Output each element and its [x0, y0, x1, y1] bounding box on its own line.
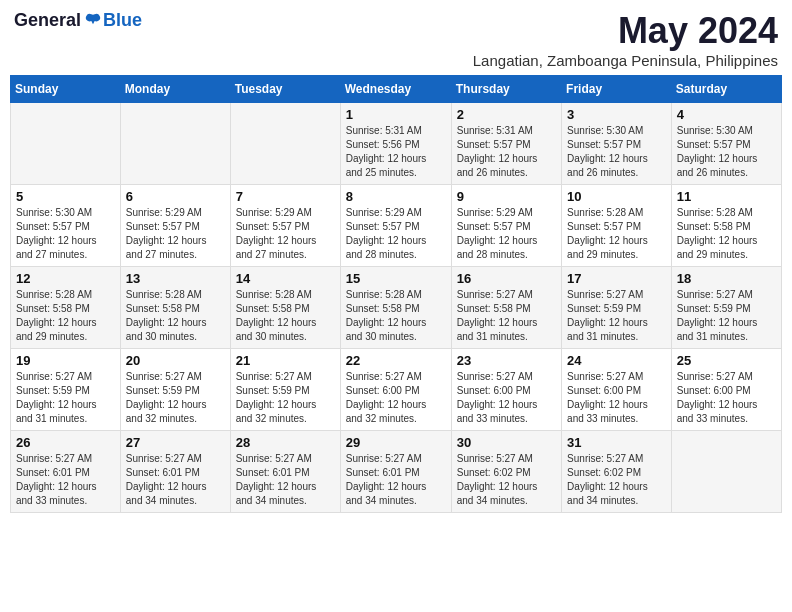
day-info: Sunrise: 5:27 AMSunset: 5:59 PMDaylight:…	[16, 370, 115, 426]
day-cell-25: 25Sunrise: 5:27 AMSunset: 6:00 PMDayligh…	[671, 349, 781, 431]
day-info: Sunrise: 5:27 AMSunset: 6:00 PMDaylight:…	[567, 370, 666, 426]
calendar-table: SundayMondayTuesdayWednesdayThursdayFrid…	[10, 75, 782, 513]
day-cell-27: 27Sunrise: 5:27 AMSunset: 6:01 PMDayligh…	[120, 431, 230, 513]
day-number: 3	[567, 107, 666, 122]
day-cell-5: 5Sunrise: 5:30 AMSunset: 5:57 PMDaylight…	[11, 185, 121, 267]
day-info: Sunrise: 5:29 AMSunset: 5:57 PMDaylight:…	[126, 206, 225, 262]
empty-cell	[120, 103, 230, 185]
weekday-header-friday: Friday	[562, 76, 672, 103]
day-number: 18	[677, 271, 776, 286]
page-header: General Blue May 2024 Langatian, Zamboan…	[10, 10, 782, 69]
logo-bird-icon	[83, 11, 103, 31]
day-number: 24	[567, 353, 666, 368]
day-cell-15: 15Sunrise: 5:28 AMSunset: 5:58 PMDayligh…	[340, 267, 451, 349]
day-number: 23	[457, 353, 556, 368]
day-cell-24: 24Sunrise: 5:27 AMSunset: 6:00 PMDayligh…	[562, 349, 672, 431]
day-info: Sunrise: 5:28 AMSunset: 5:58 PMDaylight:…	[677, 206, 776, 262]
day-info: Sunrise: 5:29 AMSunset: 5:57 PMDaylight:…	[346, 206, 446, 262]
day-info: Sunrise: 5:27 AMSunset: 6:01 PMDaylight:…	[346, 452, 446, 508]
day-info: Sunrise: 5:29 AMSunset: 5:57 PMDaylight:…	[236, 206, 335, 262]
day-cell-2: 2Sunrise: 5:31 AMSunset: 5:57 PMDaylight…	[451, 103, 561, 185]
day-number: 28	[236, 435, 335, 450]
day-number: 10	[567, 189, 666, 204]
day-cell-14: 14Sunrise: 5:28 AMSunset: 5:58 PMDayligh…	[230, 267, 340, 349]
weekday-header-row: SundayMondayTuesdayWednesdayThursdayFrid…	[11, 76, 782, 103]
day-info: Sunrise: 5:30 AMSunset: 5:57 PMDaylight:…	[677, 124, 776, 180]
day-cell-12: 12Sunrise: 5:28 AMSunset: 5:58 PMDayligh…	[11, 267, 121, 349]
day-cell-23: 23Sunrise: 5:27 AMSunset: 6:00 PMDayligh…	[451, 349, 561, 431]
day-info: Sunrise: 5:27 AMSunset: 5:58 PMDaylight:…	[457, 288, 556, 344]
day-number: 9	[457, 189, 556, 204]
day-cell-13: 13Sunrise: 5:28 AMSunset: 5:58 PMDayligh…	[120, 267, 230, 349]
day-cell-11: 11Sunrise: 5:28 AMSunset: 5:58 PMDayligh…	[671, 185, 781, 267]
day-info: Sunrise: 5:28 AMSunset: 5:57 PMDaylight:…	[567, 206, 666, 262]
logo-general: General	[14, 10, 81, 31]
day-info: Sunrise: 5:27 AMSunset: 6:01 PMDaylight:…	[126, 452, 225, 508]
logo: General Blue	[14, 10, 142, 31]
day-info: Sunrise: 5:31 AMSunset: 5:56 PMDaylight:…	[346, 124, 446, 180]
day-number: 4	[677, 107, 776, 122]
day-number: 14	[236, 271, 335, 286]
day-cell-9: 9Sunrise: 5:29 AMSunset: 5:57 PMDaylight…	[451, 185, 561, 267]
day-cell-4: 4Sunrise: 5:30 AMSunset: 5:57 PMDaylight…	[671, 103, 781, 185]
day-cell-10: 10Sunrise: 5:28 AMSunset: 5:57 PMDayligh…	[562, 185, 672, 267]
day-number: 11	[677, 189, 776, 204]
day-number: 12	[16, 271, 115, 286]
day-number: 19	[16, 353, 115, 368]
day-number: 21	[236, 353, 335, 368]
day-cell-18: 18Sunrise: 5:27 AMSunset: 5:59 PMDayligh…	[671, 267, 781, 349]
empty-cell	[230, 103, 340, 185]
week-row-3: 12Sunrise: 5:28 AMSunset: 5:58 PMDayligh…	[11, 267, 782, 349]
day-cell-8: 8Sunrise: 5:29 AMSunset: 5:57 PMDaylight…	[340, 185, 451, 267]
day-cell-19: 19Sunrise: 5:27 AMSunset: 5:59 PMDayligh…	[11, 349, 121, 431]
day-cell-29: 29Sunrise: 5:27 AMSunset: 6:01 PMDayligh…	[340, 431, 451, 513]
weekday-header-saturday: Saturday	[671, 76, 781, 103]
weekday-header-sunday: Sunday	[11, 76, 121, 103]
day-info: Sunrise: 5:27 AMSunset: 5:59 PMDaylight:…	[126, 370, 225, 426]
day-number: 16	[457, 271, 556, 286]
day-number: 25	[677, 353, 776, 368]
day-info: Sunrise: 5:31 AMSunset: 5:57 PMDaylight:…	[457, 124, 556, 180]
day-info: Sunrise: 5:30 AMSunset: 5:57 PMDaylight:…	[567, 124, 666, 180]
weekday-header-monday: Monday	[120, 76, 230, 103]
week-row-2: 5Sunrise: 5:30 AMSunset: 5:57 PMDaylight…	[11, 185, 782, 267]
month-title: May 2024	[473, 10, 778, 52]
day-cell-20: 20Sunrise: 5:27 AMSunset: 5:59 PMDayligh…	[120, 349, 230, 431]
day-info: Sunrise: 5:27 AMSunset: 6:01 PMDaylight:…	[16, 452, 115, 508]
day-number: 5	[16, 189, 115, 204]
day-info: Sunrise: 5:27 AMSunset: 6:00 PMDaylight:…	[346, 370, 446, 426]
day-info: Sunrise: 5:27 AMSunset: 6:02 PMDaylight:…	[567, 452, 666, 508]
day-cell-17: 17Sunrise: 5:27 AMSunset: 5:59 PMDayligh…	[562, 267, 672, 349]
day-info: Sunrise: 5:27 AMSunset: 6:01 PMDaylight:…	[236, 452, 335, 508]
day-info: Sunrise: 5:27 AMSunset: 5:59 PMDaylight:…	[236, 370, 335, 426]
day-info: Sunrise: 5:27 AMSunset: 6:00 PMDaylight:…	[677, 370, 776, 426]
day-info: Sunrise: 5:27 AMSunset: 5:59 PMDaylight:…	[677, 288, 776, 344]
day-cell-16: 16Sunrise: 5:27 AMSunset: 5:58 PMDayligh…	[451, 267, 561, 349]
day-number: 17	[567, 271, 666, 286]
day-info: Sunrise: 5:30 AMSunset: 5:57 PMDaylight:…	[16, 206, 115, 262]
logo-blue: Blue	[103, 10, 142, 31]
day-cell-28: 28Sunrise: 5:27 AMSunset: 6:01 PMDayligh…	[230, 431, 340, 513]
day-cell-30: 30Sunrise: 5:27 AMSunset: 6:02 PMDayligh…	[451, 431, 561, 513]
weekday-header-wednesday: Wednesday	[340, 76, 451, 103]
weekday-header-thursday: Thursday	[451, 76, 561, 103]
day-number: 27	[126, 435, 225, 450]
day-number: 2	[457, 107, 556, 122]
day-number: 29	[346, 435, 446, 450]
day-cell-26: 26Sunrise: 5:27 AMSunset: 6:01 PMDayligh…	[11, 431, 121, 513]
day-number: 15	[346, 271, 446, 286]
day-number: 30	[457, 435, 556, 450]
day-number: 13	[126, 271, 225, 286]
day-info: Sunrise: 5:27 AMSunset: 6:00 PMDaylight:…	[457, 370, 556, 426]
empty-cell	[11, 103, 121, 185]
day-number: 7	[236, 189, 335, 204]
day-number: 31	[567, 435, 666, 450]
day-number: 8	[346, 189, 446, 204]
week-row-1: 1Sunrise: 5:31 AMSunset: 5:56 PMDaylight…	[11, 103, 782, 185]
day-number: 20	[126, 353, 225, 368]
day-number: 26	[16, 435, 115, 450]
day-cell-31: 31Sunrise: 5:27 AMSunset: 6:02 PMDayligh…	[562, 431, 672, 513]
title-area: May 2024 Langatian, Zamboanga Peninsula,…	[473, 10, 778, 69]
day-info: Sunrise: 5:28 AMSunset: 5:58 PMDaylight:…	[346, 288, 446, 344]
day-info: Sunrise: 5:27 AMSunset: 5:59 PMDaylight:…	[567, 288, 666, 344]
